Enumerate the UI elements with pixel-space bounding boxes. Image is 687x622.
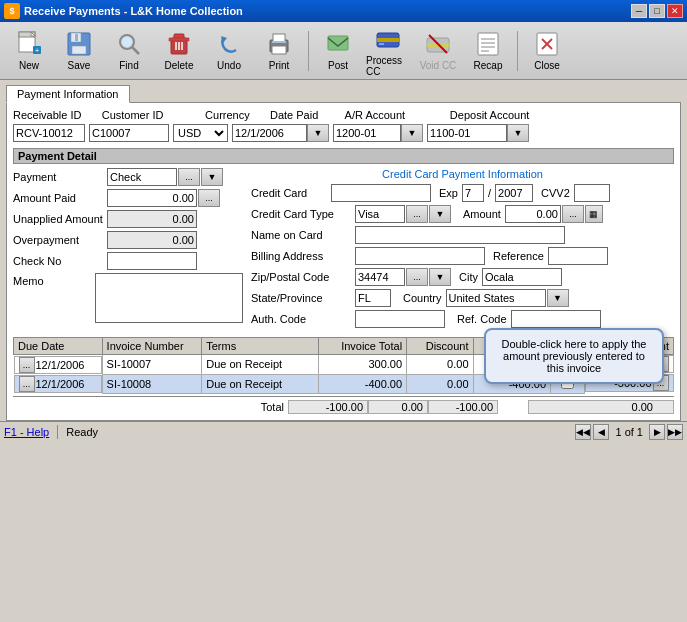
date-paid-dropdown[interactable]: ▼ (307, 124, 329, 142)
new-button[interactable]: + New (6, 26, 52, 76)
next-page-button[interactable]: ▶ (649, 424, 665, 440)
country-label: Country (403, 292, 442, 304)
auth-code-input[interactable] (355, 310, 445, 328)
auth-code-label: Auth. Code (251, 313, 351, 325)
row1-browse-btn[interactable]: ... (19, 357, 35, 373)
col-due-date: Due Date (14, 338, 103, 355)
header-values-row: USD ▼ ▼ ▼ (13, 124, 674, 142)
tooltip-text: Double-click here to apply the amount pr… (502, 338, 647, 374)
ref-code-label: Ref. Code (457, 313, 507, 325)
find-button[interactable]: Find (106, 26, 152, 76)
svg-rect-21 (272, 46, 286, 54)
svg-rect-22 (272, 41, 286, 43)
unapplied-row: Unapplied Amount (13, 210, 243, 228)
post-button[interactable]: Post (315, 26, 361, 76)
delete-button[interactable]: Delete (156, 26, 202, 76)
payment-browse-btn[interactable]: ... (178, 168, 200, 186)
cell-invoice-2: SI-10008 (102, 374, 202, 393)
total-invoice-total: -100.00 (288, 400, 368, 414)
help-section: F1 - Help (4, 426, 49, 438)
recap-label: Recap (474, 60, 503, 71)
city-input[interactable] (482, 268, 562, 286)
name-on-card-input[interactable] (355, 226, 565, 244)
date-paid-input[interactable] (232, 124, 307, 142)
prev-page-button[interactable]: ◀ (593, 424, 609, 440)
customer-id-input[interactable] (89, 124, 169, 142)
cc-type-dropdown[interactable]: ▼ (429, 205, 451, 223)
exp-year-input[interactable] (495, 184, 533, 202)
close-label: Close (534, 60, 560, 71)
exp-month-input[interactable] (462, 184, 484, 202)
save-button[interactable]: Save (56, 26, 102, 76)
cvv2-input[interactable] (574, 184, 610, 202)
memo-wrapper (95, 273, 243, 325)
close-button[interactable]: Close (524, 26, 570, 76)
country-dropdown[interactable]: ▼ (547, 289, 569, 307)
last-page-button[interactable]: ▶▶ (667, 424, 683, 440)
cell-terms-2: Due on Receipt (202, 374, 318, 393)
col-invoice-total: Invoice Total (318, 338, 407, 355)
payment-information-tab[interactable]: Payment Information (6, 85, 130, 103)
find-icon (115, 30, 143, 58)
payment-input[interactable] (107, 168, 177, 186)
minimize-button[interactable]: ─ (631, 4, 647, 18)
svg-rect-14 (169, 38, 189, 41)
deposit-account-dropdown[interactable]: ▼ (507, 124, 529, 142)
amount-paid-row: Amount Paid ... (13, 189, 243, 207)
name-on-card-label: Name on Card (251, 229, 351, 241)
country-input[interactable] (446, 289, 546, 307)
unapplied-label: Unapplied Amount (13, 213, 103, 225)
print-icon (265, 30, 293, 58)
svg-rect-26 (379, 43, 384, 45)
tooltip-bubble: Double-click here to apply the amount pr… (484, 328, 664, 384)
zip-input[interactable] (355, 268, 405, 286)
ar-account-input[interactable] (333, 124, 401, 142)
check-no-input[interactable] (107, 252, 197, 270)
billing-address-input[interactable] (355, 247, 485, 265)
status-divider (57, 425, 58, 439)
receivable-id-input[interactable] (13, 124, 85, 142)
help-key[interactable]: F1 - Help (4, 426, 49, 438)
cell-invoice-1: SI-10007 (102, 355, 202, 375)
cc-number-input[interactable] (331, 184, 431, 202)
cc-type-browse-btn[interactable]: ... (406, 205, 428, 223)
currency-select[interactable]: USD (173, 124, 228, 142)
cc-amount-browse-btn[interactable]: ... (562, 205, 584, 223)
state-input[interactable] (355, 289, 391, 307)
void-cc-button[interactable]: Void CC (415, 26, 461, 76)
nav-controls: ◀◀ ◀ 1 of 1 ▶ ▶▶ (575, 424, 683, 440)
process-cc-button[interactable]: Process CC (365, 26, 411, 76)
window-close-button[interactable]: ✕ (667, 4, 683, 18)
first-page-button[interactable]: ◀◀ (575, 424, 591, 440)
delete-label: Delete (165, 60, 194, 71)
city-label: City (459, 271, 478, 283)
payment-dropdown[interactable]: ▼ (201, 168, 223, 186)
cc-type-input[interactable] (355, 205, 405, 223)
billing-address-label: Billing Address (251, 250, 351, 262)
memo-textarea[interactable] (95, 273, 243, 323)
zip-dropdown[interactable]: ▼ (429, 268, 451, 286)
row2-browse-btn[interactable]: ... (19, 376, 35, 392)
receivable-id-label: Receivable ID (13, 109, 81, 121)
print-button[interactable]: Print (256, 26, 302, 76)
title-bar: $ Receive Payments - L&K Home Collection… (0, 0, 687, 22)
reference-label: Reference (493, 250, 544, 262)
cc-amount-calc-btn[interactable]: ▦ (585, 205, 603, 223)
col-terms: Terms (202, 338, 318, 355)
amount-paid-input[interactable] (107, 189, 197, 207)
separator-2 (517, 31, 518, 71)
maximize-button[interactable]: □ (649, 4, 665, 18)
amount-paid-label: Amount Paid (13, 192, 103, 204)
state-country-row: State/Province Country ▼ (251, 289, 674, 307)
amount-paid-btn[interactable]: ... (198, 189, 220, 207)
undo-button[interactable]: Undo (206, 26, 252, 76)
recap-button[interactable]: Recap (465, 26, 511, 76)
left-panel: Payment ... ▼ Amount Paid ... (13, 168, 243, 331)
ar-account-dropdown[interactable]: ▼ (401, 124, 423, 142)
reference-input[interactable] (548, 247, 608, 265)
deposit-account-input[interactable] (427, 124, 507, 142)
zip-browse-btn[interactable]: ... (406, 268, 428, 286)
ref-code-input[interactable] (511, 310, 601, 328)
page-info: 1 of 1 (611, 426, 647, 438)
cc-amount-input[interactable] (505, 205, 561, 223)
